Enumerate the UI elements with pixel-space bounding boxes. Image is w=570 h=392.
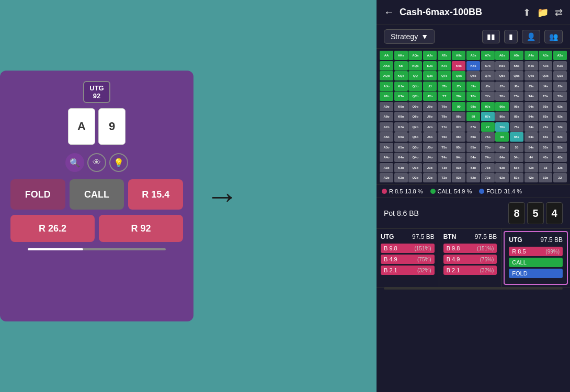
range-cell[interactable]: 63s xyxy=(539,132,552,142)
range-cell[interactable]: JTs xyxy=(438,82,451,91)
range-cell[interactable]: TT xyxy=(438,91,451,101)
range-cell[interactable]: KQs xyxy=(408,61,422,71)
range-cell[interactable]: J4s xyxy=(539,82,552,91)
range-cell[interactable]: 33 xyxy=(539,163,552,172)
range-cell[interactable]: T5o xyxy=(438,143,451,152)
player-action-item[interactable]: B 2.1(32%) xyxy=(381,266,435,275)
range-cell[interactable]: 62s xyxy=(553,132,567,142)
range-cell[interactable]: 54s xyxy=(525,143,538,152)
range-cell[interactable]: J5s xyxy=(525,82,538,91)
range-cell[interactable]: T8s xyxy=(466,91,480,101)
search-button[interactable]: 🔍 xyxy=(65,153,84,172)
range-cell[interactable]: A4s xyxy=(525,51,538,60)
range-cell[interactable]: 65o xyxy=(495,143,509,152)
range-cell[interactable]: T3o xyxy=(438,163,451,172)
range-cell[interactable]: A7o xyxy=(380,122,393,132)
range-cell[interactable]: 84s xyxy=(525,112,538,121)
range-cell[interactable]: K3s xyxy=(539,61,552,71)
range-cell[interactable]: 54o xyxy=(510,153,523,162)
person-view-button[interactable]: 👤 xyxy=(522,30,540,43)
range-cell[interactable]: 96o xyxy=(452,132,465,142)
range-cell[interactable]: A9s xyxy=(452,51,465,60)
range-cell[interactable]: T3s xyxy=(539,91,552,101)
share-icon[interactable]: ⬆ xyxy=(523,7,531,18)
range-cell[interactable]: 75o xyxy=(481,143,495,152)
range-cell[interactable]: 86o xyxy=(466,132,480,142)
range-cell[interactable]: Q5s xyxy=(510,71,523,80)
range-cell[interactable]: 43s xyxy=(539,153,552,162)
range-cell[interactable]: KJs xyxy=(423,61,437,71)
range-cell[interactable]: A2o xyxy=(380,173,393,182)
range-cell[interactable]: Q9o xyxy=(408,102,422,111)
range-cell[interactable]: K9s xyxy=(452,61,465,71)
range-cell[interactable]: 74o xyxy=(481,153,495,162)
range-cell[interactable]: 84o xyxy=(466,153,480,162)
range-cell[interactable]: J7s xyxy=(495,82,509,91)
range-cell[interactable]: J8s xyxy=(481,82,495,91)
range-cell[interactable]: A8s xyxy=(466,51,480,60)
range-cell[interactable]: J5o xyxy=(423,143,437,152)
range-cell[interactable]: 42o xyxy=(525,173,538,182)
range-cell[interactable]: Q2s xyxy=(553,71,567,80)
range-cell[interactable]: KK xyxy=(394,61,408,71)
range-cell[interactable]: 52s xyxy=(553,143,567,152)
range-cell[interactable]: J3o xyxy=(423,163,437,172)
range-cell[interactable]: 32o xyxy=(539,173,552,182)
range-cell[interactable]: Q9s xyxy=(452,71,465,80)
range-cell[interactable]: 93o xyxy=(452,163,465,172)
range-cell[interactable]: 98o xyxy=(452,112,465,121)
player-action-item[interactable]: CALL xyxy=(509,258,563,267)
range-cell[interactable]: J6o xyxy=(423,132,437,142)
range-cell[interactable]: 32s xyxy=(553,163,567,172)
range-cell[interactable]: A7s xyxy=(481,51,495,60)
range-cell[interactable]: A5o xyxy=(380,143,393,152)
range-cell[interactable]: KTs xyxy=(438,61,451,71)
range-cell[interactable]: 77 xyxy=(481,122,495,132)
range-cell[interactable]: 75s xyxy=(510,122,523,132)
range-cell[interactable]: QJs xyxy=(423,71,437,80)
range-cell[interactable]: T2o xyxy=(438,173,451,182)
range-cell[interactable]: 92o xyxy=(452,173,465,182)
range-cell[interactable]: J4o xyxy=(423,153,437,162)
range-cell[interactable]: A5s xyxy=(510,51,523,60)
range-cell[interactable]: T4s xyxy=(525,91,538,101)
player-action-item[interactable]: B 9.8(151%) xyxy=(381,244,435,253)
range-cell[interactable]: J7o xyxy=(423,122,437,132)
range-cell[interactable]: A8o xyxy=(380,112,393,121)
folder-icon[interactable]: 📁 xyxy=(537,7,549,18)
range-cell[interactable]: 94s xyxy=(525,102,538,111)
player-action-item[interactable]: R 8.5(99%) xyxy=(509,247,563,256)
range-cell[interactable]: A3o xyxy=(380,163,393,172)
range-cell[interactable]: K3o xyxy=(394,163,408,172)
range-cell[interactable]: KTo xyxy=(394,91,408,101)
range-cell[interactable]: Q3o xyxy=(408,163,422,172)
range-cell[interactable]: AA xyxy=(380,51,393,60)
range-cell[interactable]: 82o xyxy=(466,173,480,182)
range-cell[interactable]: J3s xyxy=(553,82,567,91)
range-cell[interactable]: 87o xyxy=(466,122,480,132)
range-cell[interactable]: K8o xyxy=(394,112,408,121)
range-cell[interactable]: 96s xyxy=(495,102,509,111)
range-cell[interactable]: Q6o xyxy=(408,132,422,142)
range-cell[interactable]: AKs xyxy=(394,51,408,60)
chart-view-button[interactable]: ▮ xyxy=(504,30,518,43)
range-cell[interactable]: 83o xyxy=(466,163,480,172)
range-cell[interactable]: T9s xyxy=(452,91,465,101)
range-cell[interactable]: A6o xyxy=(380,132,393,142)
range-cell[interactable]: K7s xyxy=(481,61,495,71)
range-cell[interactable]: 73s xyxy=(539,122,552,132)
range-cell[interactable]: Q6s xyxy=(495,71,509,80)
range-cell[interactable]: J6s xyxy=(510,82,523,91)
range-cell[interactable]: 88 xyxy=(466,112,480,121)
range-cell[interactable]: Q4o xyxy=(408,153,422,162)
range-cell[interactable]: A3s xyxy=(539,51,552,60)
range-cell[interactable]: A4o xyxy=(380,153,393,162)
range-cell[interactable]: A9o xyxy=(380,102,393,111)
range-cell[interactable]: Q7o xyxy=(408,122,422,132)
range-cell[interactable]: T4o xyxy=(438,153,451,162)
raise1-button[interactable]: R 15.4 xyxy=(128,179,183,210)
range-cell[interactable]: A2s xyxy=(553,51,567,60)
range-cell[interactable]: 97o xyxy=(452,122,465,132)
range-cell[interactable]: 95o xyxy=(452,143,465,152)
range-cell[interactable]: K8s xyxy=(466,61,480,71)
